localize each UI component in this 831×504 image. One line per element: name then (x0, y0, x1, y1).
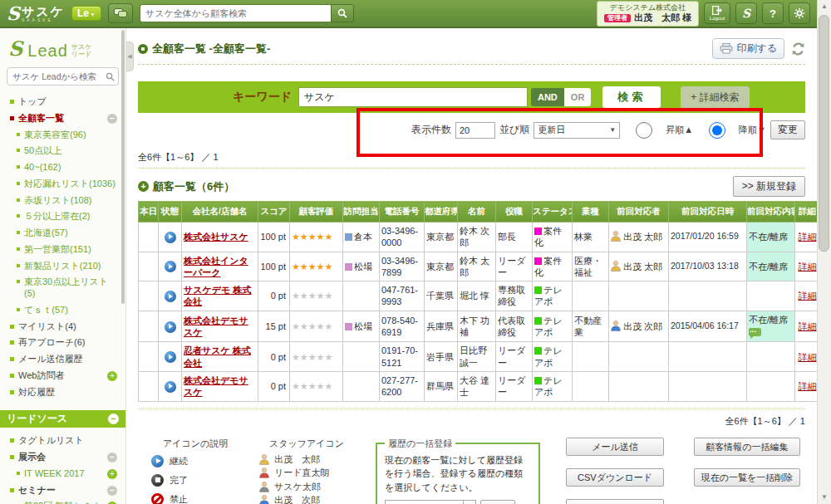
scrollbar-thumb[interactable] (819, 15, 829, 252)
logout-button[interactable]: Logout (704, 2, 730, 24)
search-button[interactable]: 検索 (602, 86, 661, 108)
asc-radio-label[interactable]: 昇順▲ (624, 122, 693, 139)
bullet-circle-icon (138, 44, 148, 54)
continue-state-icon (165, 351, 176, 363)
sidebar-item[interactable]: 第22回 無料セミナー+ (7, 498, 119, 504)
sasuke-home-button[interactable]: S (735, 2, 757, 24)
sidebar-scrollbar-thumb[interactable] (121, 30, 125, 304)
column-header: 名前 (458, 202, 496, 223)
status-cell: 案件化 (533, 223, 573, 252)
person-icon (259, 454, 269, 465)
global-search-button[interactable] (331, 4, 354, 22)
leadsource-header[interactable]: リードソース − (0, 410, 125, 428)
sidebar-item[interactable]: ５分以上滞在(2) (7, 208, 119, 225)
phone-cell: 047-761-9993 (380, 281, 425, 311)
print-button[interactable]: 印刷する (712, 38, 784, 59)
sidebar-item[interactable]: 対応漏れリスト(1036) (7, 176, 119, 193)
desc-radio-label[interactable]: 降順▼ (697, 122, 766, 139)
plus-icon[interactable]: + (107, 469, 117, 479)
sidebar-item[interactable]: Web訪問者+ (7, 368, 119, 384)
name-cell: 鈴木 太郎 (458, 252, 496, 281)
company-link[interactable]: 株式会社インターパーク (184, 256, 248, 277)
last-staff-cell: 出茂 太郎 (609, 252, 669, 281)
sidebar-item[interactable]: 50点以上 (7, 143, 119, 159)
detail-link[interactable]: 詳細 (799, 262, 817, 272)
action-button[interactable]: 顧客情報の一括編集 (694, 438, 800, 456)
sort-select[interactable]: 更新日▼ (534, 122, 620, 139)
company-link[interactable]: 忍者サスケ 株式会社 (184, 345, 251, 367)
app-logo: S サスケ SAASKE (7, 2, 65, 24)
staff-legend: スタッフアイコン 出茂 太郎リード直太朗サスケ太郎出茂 次郎営業 桃子M社様河南… (244, 438, 369, 504)
page-scrollbar[interactable]: ▲ ▼ (817, 0, 831, 504)
bullet-icon (10, 374, 14, 378)
keyword-input[interactable] (298, 87, 528, 107)
and-button[interactable]: AND (531, 88, 564, 106)
plus-icon[interactable]: + (107, 371, 117, 381)
sidebar-item[interactable]: 東京美容室(96) (7, 127, 119, 144)
help-button[interactable]: ? (762, 2, 784, 24)
next-button[interactable]: 次へ (480, 500, 515, 504)
sidebar-collapse-tab[interactable]: ◀ (126, 42, 134, 71)
sidebar-item[interactable]: 東京30点以上リスト(5) (7, 274, 119, 302)
refresh-button[interactable] (791, 42, 805, 56)
company-link[interactable]: 株式会社デモサスケ (184, 316, 248, 337)
display-count-input[interactable] (455, 122, 495, 139)
sidebar-item[interactable]: 再アプローチ(6) (7, 335, 119, 351)
minus-icon[interactable]: − (107, 453, 117, 462)
desc-radio[interactable] (697, 122, 737, 139)
continue-state-icon (165, 232, 176, 243)
scroll-up-arrow-icon[interactable]: ▲ (818, 0, 831, 13)
minus-icon[interactable]: − (108, 413, 119, 424)
company-link[interactable]: 株式会社サスケ (184, 232, 248, 242)
rating-cell: ★★★★★ (290, 311, 343, 342)
sidebar-item-label: 東京美容室(96) (24, 130, 117, 141)
minus-icon[interactable]: − (107, 114, 117, 124)
action-button[interactable]: サスケ Salesに送る (566, 499, 664, 504)
change-button[interactable]: 変更 (770, 120, 805, 139)
sidebar-item[interactable]: マイリスト(4) (7, 319, 119, 335)
sidebar-item[interactable]: てｓｔ(57) (7, 302, 119, 319)
action-button[interactable]: メール送信 (566, 438, 664, 456)
global-search-input[interactable] (140, 4, 331, 22)
history-type-select[interactable]: タグトルリスト ▼ (385, 500, 476, 504)
company-link[interactable]: 株式会社デモサスケ (184, 375, 248, 397)
new-register-button[interactable]: >> 新規登録 (733, 176, 805, 197)
status-square-icon (534, 317, 542, 325)
or-button[interactable]: OR (564, 88, 592, 106)
sidebar-item[interactable]: 展示会− (7, 449, 119, 466)
sidebar-item[interactable]: 第一営業部(151) (7, 242, 119, 258)
prefecture-cell: 群馬県 (425, 371, 458, 401)
detail-link[interactable]: 詳細 (799, 352, 817, 362)
settings-button[interactable] (789, 2, 810, 24)
minus-icon[interactable]: − (107, 486, 117, 496)
sidebar-item[interactable]: 全顧客一覧− (7, 110, 119, 127)
app-logo-subtext: SAASKE (22, 18, 65, 22)
action-button[interactable]: CSVダウンロード (566, 468, 664, 487)
sidebar-item-label: 展示会 (18, 452, 105, 463)
sidebar-search-input[interactable] (12, 71, 106, 81)
advanced-search-button[interactable]: + 詳細検索 (681, 86, 749, 109)
sidebar-item[interactable]: 北海道(57) (7, 225, 119, 242)
chat-button[interactable] (108, 3, 133, 23)
last-content-cell: 不在/離席 (747, 252, 795, 281)
sidebar-item[interactable]: タグトルリスト (7, 433, 119, 449)
sidebar-item[interactable]: トップ (7, 94, 119, 110)
sidebar-item[interactable]: セミナー− (7, 482, 119, 499)
action-button[interactable]: 現在の一覧を一括削除 (694, 468, 800, 487)
sidebar-item[interactable]: 対応履歴 (7, 384, 119, 401)
sidebar-item[interactable]: 新製品リスト(210) (7, 258, 119, 275)
detail-link[interactable]: 詳細 (799, 291, 817, 301)
last-staff-cell: 出茂 太郎 (609, 223, 669, 252)
detail-link[interactable]: 詳細 (799, 232, 817, 242)
sidebar-item[interactable]: 赤坂リスト(108) (7, 193, 119, 209)
scroll-down-arrow-icon[interactable]: ▼ (818, 491, 831, 504)
sidebar-item[interactable]: メール送信履歴 (7, 351, 119, 368)
sidebar-item[interactable]: 40~(162) (7, 159, 119, 176)
asc-radio[interactable] (624, 122, 664, 139)
company-link[interactable]: サスケデモ 株式会社 (184, 285, 251, 306)
detail-link[interactable]: 詳細 (799, 381, 817, 391)
sidebar-item[interactable]: IT WEEK 2017+ (7, 466, 119, 482)
lead-logo-subtext: サスケリード (71, 43, 92, 59)
product-badge-le[interactable]: Le▼ (71, 6, 101, 21)
detail-link[interactable]: 詳細 (799, 321, 817, 331)
